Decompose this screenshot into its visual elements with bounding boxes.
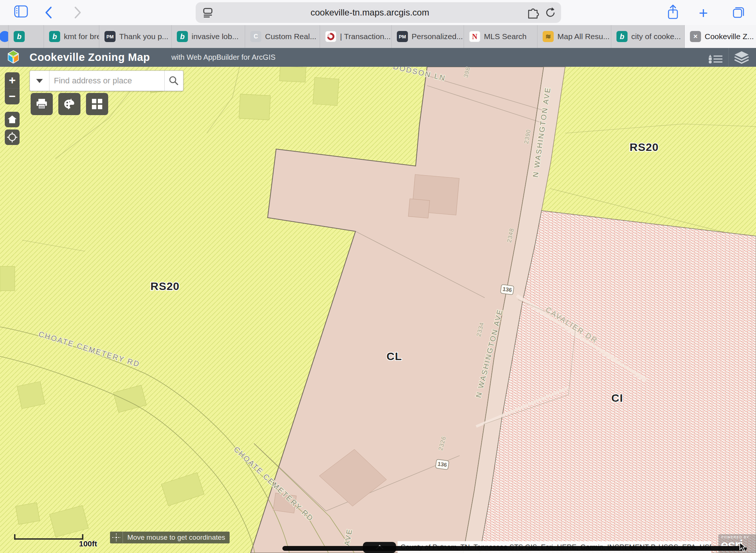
zone-label-ci: CI [611,392,623,404]
locate-icon [7,132,17,142]
n-favicon: N [469,31,480,42]
sidebar-toggle-icon[interactable] [14,5,28,18]
mouse-cursor-icon [738,542,747,552]
legend-icon[interactable] [708,52,723,63]
swirl-favicon [325,31,336,42]
tab-custom-real[interactable]: CCustom Real... [245,25,320,48]
print-button[interactable] [31,93,53,115]
tab-cookeville-zoning-active[interactable]: ✕Cookeville Z... [684,25,756,48]
zone-label-cl: CL [386,350,402,362]
route-shield-136-upper: 136 [500,284,514,295]
extensions-icon[interactable] [526,6,539,19]
c-favicon: C [250,31,261,42]
search-input[interactable] [49,71,164,91]
bing-favicon: b [177,31,188,42]
tab-label: Cookeville Z... [705,32,754,41]
print-icon [36,98,48,110]
tab-thank-you[interactable]: PMThank you p... [99,25,171,48]
tab-label: invasive lob... [192,32,238,41]
map-favicon: ≋ [543,31,554,42]
svg-text:136: 136 [502,286,512,293]
back-icon[interactable] [44,6,53,19]
zoom-out-button[interactable]: − [5,89,20,104]
new-tab-icon[interactable]: + [699,4,708,22]
bing-favicon: b [14,31,25,42]
arcgis-logo-icon [5,50,21,65]
app-header: Cookeville Zoning Map with Web AppBuilde… [0,48,756,67]
tab-label: Personalized... [412,32,463,41]
chevron-down-icon [36,79,43,83]
search-source-dropdown[interactable] [30,71,49,91]
tab-label: kmt for bre [64,32,99,41]
tab-label: Map All Resu... [557,32,609,41]
tab-bing[interactable]: b [8,25,44,48]
svg-text:136: 136 [437,460,447,468]
page-title: Cookeville Zoning Map [30,51,150,63]
zone-label-rs20-right: RS20 [629,141,659,153]
page-subtitle: with Web AppBuilder for ArcGIS [171,53,275,62]
browser-toolbar: cookeville-tn.maps.arcgis.com + [0,0,756,25]
tabs-overview-icon[interactable] [732,5,746,19]
header-divider [728,48,729,67]
route-shield-136-lower: 136 [435,459,449,470]
zone-label-rs20-left: RS20 [150,280,179,292]
scale-label: 100ft [79,539,97,548]
address-bar[interactable]: cookeville-tn.maps.arcgis.com [196,2,561,23]
palette-icon [63,98,76,110]
tab-label: Custom Real... [265,32,316,41]
layers-icon[interactable] [734,51,749,64]
search-widget [30,70,183,91]
tab-label: MLS Search [484,32,527,41]
zoom-control: + − [5,72,20,104]
tab-personalized[interactable]: PMPersonalized... [391,25,464,48]
home-button[interactable] [5,112,20,127]
zoom-in-button[interactable]: + [5,72,20,89]
tab-favicon [0,31,8,42]
coordinates-tooltip: Move mouse to get coordinates [110,532,230,543]
x-favicon: ✕ [690,31,701,42]
scale-bar: 100ft [14,534,110,553]
reader-icon[interactable] [202,7,213,18]
basemap-gallery-button[interactable] [86,93,108,115]
basemap-grid-icon [92,98,103,110]
crosshair-icon [110,532,123,543]
pm-favicon: PM [104,31,116,42]
draw-palette-button[interactable] [58,93,80,115]
tab-bar: b bkmt for bre PMThank you p... binvasiv… [0,25,756,48]
bottom-panel-bar[interactable] [282,546,747,551]
tab-clipped[interactable] [0,25,8,48]
map-canvas[interactable]: RS20 RS20 CL CI DODSON LN CHOATE CEMETER… [0,67,756,553]
safari-window: cookeville-tn.maps.arcgis.com + b bkmt f… [0,0,756,553]
search-button[interactable] [164,71,183,91]
pm-favicon: PM [397,31,408,42]
bing-favicon: b [49,31,60,42]
tab-map-all[interactable]: ≋Map All Resu... [537,25,611,48]
tab-label: Thank you p... [119,32,168,41]
tab-city-of-cookeville[interactable]: bcity of cooke... [611,25,684,48]
tab-label: | Transaction... [340,32,391,41]
bing-favicon: b [616,31,628,42]
search-icon [169,76,179,86]
tab-transaction[interactable]: | Transaction... [320,25,391,48]
locate-button[interactable] [5,129,20,145]
share-icon[interactable] [667,4,679,20]
tooltip-text: Move mouse to get coordinates [123,533,230,542]
tab-mls-search[interactable]: NMLS Search [464,25,537,48]
tab-kmt[interactable]: bkmt for bre [44,25,99,48]
forward-icon[interactable] [73,6,83,19]
url-text[interactable]: cookeville-tn.maps.arcgis.com [213,7,526,18]
home-icon [7,115,17,124]
reload-icon[interactable] [544,7,555,18]
tab-invasive[interactable]: binvasive lob... [171,25,245,48]
tab-label: city of cooke... [631,32,681,41]
